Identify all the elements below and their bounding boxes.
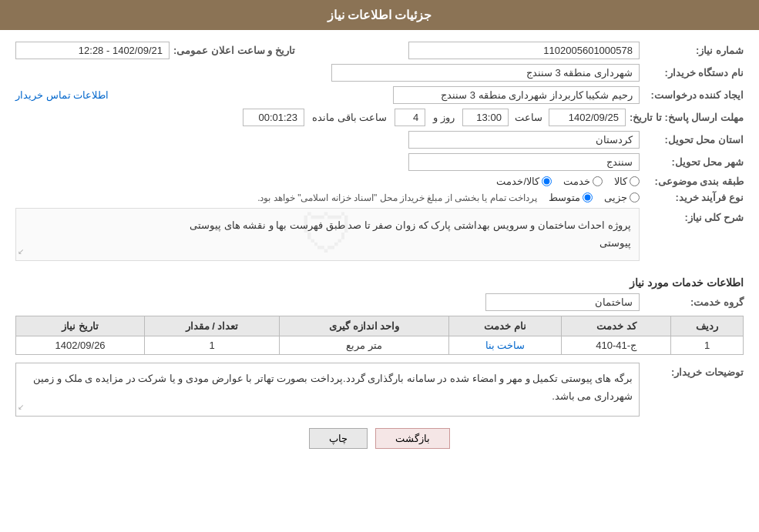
need-number-row: شماره نیاز: 1102005601000578 تاریخ و ساع…	[15, 42, 744, 59]
purchase-type-jozi-label: جزیی	[604, 192, 627, 203]
category-kala-label: کالا	[614, 176, 627, 187]
category-kala-radio[interactable]	[630, 176, 640, 186]
print-button[interactable]: چاپ	[309, 428, 368, 449]
col-qty: تعداد / مقدار	[145, 316, 280, 336]
page-title: جزئیات اطلاعات نیاز	[327, 8, 432, 22]
buttons-row: بازگشت چاپ	[15, 428, 744, 460]
cell-name[interactable]: ساخت بنا	[449, 336, 562, 354]
service-group-label: گروه خدمت:	[643, 296, 744, 308]
category-khedmat-radio[interactable]	[593, 176, 603, 186]
purchase-type-motevaset: متوسط	[549, 192, 593, 203]
buyer-notes-row: توضیحات خریدار: برگه های پیوستی تکمیل و …	[15, 363, 744, 417]
purchase-type-jozi: جزیی	[604, 192, 640, 203]
deadline-days-label: روز و	[433, 112, 455, 123]
table-row: 1 ج-41-410 ساخت بنا متر مربع 1 1402/09/2…	[16, 336, 744, 354]
col-unit: واحد اندازه گیری	[279, 316, 448, 336]
page-header: جزئیات اطلاعات نیاز	[0, 0, 759, 30]
back-button[interactable]: بازگشت	[375, 428, 450, 449]
services-header: اطلاعات خدمات مورد نیاز	[15, 276, 744, 289]
deadline-time-label: ساعت	[515, 112, 542, 123]
deadline-days: 4	[395, 109, 425, 126]
category-kala-khedmat-label: کالا/خدمت	[496, 176, 539, 187]
purchase-type-motevaset-label: متوسط	[549, 192, 580, 203]
cell-date: 1402/09/26	[16, 336, 145, 354]
city-label: شهر محل تحویل:	[643, 156, 744, 168]
service-group-value: ساختمان	[485, 293, 640, 311]
announce-label: تاریخ و ساعت اعلان عمومی:	[173, 45, 295, 56]
purchase-type-note: پرداخت تمام یا بخشی از مبلغ خریداز محل "…	[257, 192, 537, 203]
deadline-remaining-label: ساعت باقی مانده	[312, 112, 387, 123]
province-row: استان محل تحویل: کردستان	[15, 131, 744, 149]
deadline-row: مهلت ارسال پاسخ: تا تاریخ: 1402/09/25 سا…	[15, 109, 744, 126]
description-box: 🛡 پروژه احداث ساختمان و سرویس بهداشتی پا…	[15, 208, 640, 261]
org-name-row: نام دستگاه خریدار: شهرداری منطقه 3 سنندج	[15, 64, 744, 82]
description-label: شرح کلی نیاز:	[643, 208, 744, 223]
cell-row: 1	[671, 336, 744, 354]
col-name: نام خدمت	[449, 316, 562, 336]
resize-handle: ↙	[18, 245, 24, 259]
category-kala-khedmat: کالا/خدمت	[496, 176, 552, 187]
content-area: شماره نیاز: 1102005601000578 تاریخ و ساع…	[0, 30, 759, 472]
buyer-notes-box: برگه های پیوستی تکمیل و مهر و امضاء شده …	[15, 363, 640, 417]
need-number-label: شماره نیاز:	[643, 45, 744, 56]
page-wrapper: جزئیات اطلاعات نیاز شماره نیاز: 11020056…	[0, 0, 759, 532]
buyer-notes-label: توضیحات خریدار:	[643, 363, 744, 378]
deadline-remaining: 00:01:23	[243, 109, 304, 126]
notes-resize-handle: ↙	[18, 400, 24, 414]
creator-row: ایجاد کننده درخواست: رحیم شکیبا کاربرداز…	[15, 86, 744, 104]
creator-label: ایجاد کننده درخواست:	[643, 89, 744, 101]
org-name-label: نام دستگاه خریدار:	[643, 67, 744, 79]
category-kala-khedmat-radio[interactable]	[542, 176, 552, 186]
category-khedmat: خدمت	[563, 176, 603, 187]
category-khedmat-label: خدمت	[563, 176, 590, 187]
purchase-type-row: نوع فرآیند خرید: جزیی متوسط پرداخت تمام …	[15, 192, 744, 203]
purchase-type-motevaset-radio[interactable]	[583, 192, 593, 202]
deadline-time: 13:00	[462, 109, 509, 126]
col-date: تاریخ نیاز	[16, 316, 145, 336]
category-kala: کالا	[614, 176, 640, 187]
province-label: استان محل تحویل:	[643, 134, 744, 146]
purchase-type-radio-group: جزیی متوسط	[549, 192, 640, 203]
category-label: طبقه بندی موضوعی:	[643, 176, 744, 187]
province-value: کردستان	[408, 131, 640, 149]
announce-value: 1402/09/21 - 12:28	[15, 42, 170, 59]
description-value: پروژه احداث ساختمان و سرویس بهداشتی پارک…	[190, 219, 631, 249]
purchase-type-label: نوع فرآیند خرید:	[643, 192, 744, 203]
cell-unit: متر مربع	[279, 336, 448, 354]
services-table: ردیف کد خدمت نام خدمت واحد اندازه گیری ت…	[15, 316, 744, 355]
col-row: ردیف	[671, 316, 744, 336]
deadline-label: مهلت ارسال پاسخ: تا تاریخ:	[630, 112, 744, 123]
col-code: کد خدمت	[562, 316, 671, 336]
cell-code: ج-41-410	[562, 336, 671, 354]
org-name-value: شهرداری منطقه 3 سنندج	[331, 64, 640, 82]
purchase-type-jozi-radio[interactable]	[630, 192, 640, 202]
category-radio-group: کالا خدمت کالا/خدمت	[496, 176, 640, 187]
cell-qty: 1	[145, 336, 280, 354]
contact-link[interactable]: اطلاعات تماس خریدار	[15, 89, 109, 101]
deadline-date: 1402/09/25	[549, 109, 626, 126]
city-row: شهر محل تحویل: سنندج	[15, 153, 744, 171]
service-group-row: گروه خدمت: ساختمان	[15, 293, 744, 311]
city-value: سنندج	[408, 153, 640, 171]
buyer-notes-value: برگه های پیوستی تکمیل و مهر و امضاء شده …	[33, 373, 633, 402]
category-row: طبقه بندی موضوعی: کالا خدمت کالا/خدمت	[15, 176, 744, 187]
description-row: شرح کلی نیاز: 🛡 پروژه احداث ساختمان و سر…	[15, 208, 744, 269]
need-number-value: 1102005601000578	[408, 42, 640, 59]
creator-value: رحیم شکیبا کاربرداز شهرداری منطقه 3 سنند…	[393, 86, 640, 104]
